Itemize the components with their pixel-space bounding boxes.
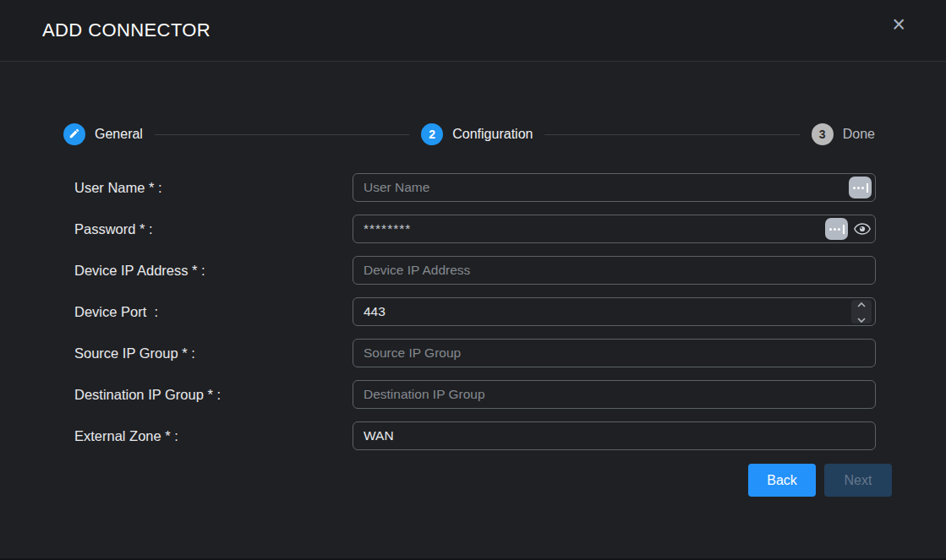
form-row-source-ip-group: Source IP Group * : [0,339,946,367]
destination-ip-group-input[interactable] [353,380,876,409]
form-row-password: Password * : [0,215,946,243]
destination-ip-group-label: Destination IP Group * : [74,387,353,403]
form-row-destination-ip-group: Destination IP Group * : [0,380,946,409]
source-ip-group-label: Source IP Group * : [74,345,353,362]
password-input[interactable] [353,215,876,243]
autofill-icon[interactable] [849,177,872,198]
step-done[interactable]: 3 Done [812,123,875,145]
step-general[interactable]: General [63,123,143,145]
form-row-device-port: Device Port : [0,297,946,326]
password-label: Password * : [74,221,353,237]
connector-form: User Name * : Password * : [0,173,946,463]
dialog-title: ADD CONNECTOR [42,19,211,41]
source-ip-group-input[interactable] [353,339,876,367]
dialog-header: ADD CONNECTOR × [0,0,946,62]
step-configuration-circle[interactable]: 2 [421,123,443,145]
back-button[interactable]: Back [748,464,816,497]
stepper-connector-line [544,134,799,135]
step-configuration[interactable]: 2 Configuration [421,123,533,145]
device-port-label: Device Port : [74,304,353,320]
device-ip-label: Device IP Address * : [74,263,353,279]
external-zone-label: External Zone * : [74,428,353,444]
chevron-down-icon [856,312,867,327]
step-configuration-label: Configuration [452,127,533,142]
step-general-circle[interactable] [63,123,85,145]
next-button[interactable]: Next [824,464,892,497]
device-port-input[interactable] [353,297,876,326]
pencil-icon [68,128,80,142]
username-input[interactable] [353,173,876,202]
form-row-device-ip: Device IP Address * : [0,256,946,285]
dialog-actions: Back Next [0,464,946,497]
chevron-up-icon [856,296,867,312]
step-configuration-number: 2 [429,128,435,141]
autofill-icon[interactable] [825,218,848,240]
close-icon[interactable]: × [892,14,905,36]
step-done-circle[interactable]: 3 [812,123,834,145]
step-general-label: General [95,127,143,142]
step-done-number: 3 [819,128,826,141]
eye-icon[interactable] [853,220,872,238]
add-connector-dialog: ADD CONNECTOR × General 2 Configuration [0,0,946,560]
wizard-stepper: General 2 Configuration 3 Done [63,123,875,145]
device-ip-input[interactable] [353,256,876,285]
form-row-external-zone: External Zone * : [0,421,946,450]
form-row-username: User Name * : [0,173,946,202]
step-done-label: Done [843,127,875,142]
stepper-connector-line [155,134,409,135]
username-label: User Name * : [74,180,353,196]
external-zone-input[interactable] [353,421,876,450]
port-stepper[interactable] [851,300,872,323]
